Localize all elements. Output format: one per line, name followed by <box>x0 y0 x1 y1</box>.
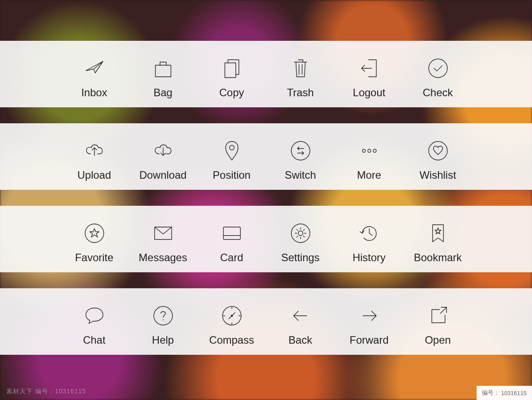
icon-label: Upload <box>77 169 111 181</box>
icon-label: Chat <box>83 334 106 346</box>
check-icon <box>422 51 454 86</box>
favorite-icon <box>79 216 110 251</box>
svg-rect-11 <box>223 227 240 239</box>
svg-point-7 <box>373 149 376 153</box>
icon-label: Wishlist <box>419 169 456 181</box>
icon-row-3: Favorite Messages Card Settings History <box>0 206 532 272</box>
icon-label: Position <box>213 169 250 181</box>
icon-label: Favorite <box>75 251 113 264</box>
inbox-icon <box>79 51 110 86</box>
back-icon <box>285 298 316 333</box>
favorite-item[interactable]: Favorite <box>60 216 129 264</box>
icon-row-2: Upload Download Position Switch More <box>0 123 532 190</box>
icon-label: Settings <box>281 251 320 264</box>
bookmark-item[interactable]: Bookmark <box>403 216 472 264</box>
svg-point-8 <box>429 141 447 160</box>
settings-item[interactable]: Settings <box>266 216 335 264</box>
history-icon <box>354 216 385 251</box>
svg-point-14 <box>154 306 172 325</box>
icon-row-1: Inbox Bag Copy Trash Logout <box>0 41 532 107</box>
svg-rect-1 <box>225 63 236 78</box>
icon-label: Bookmark <box>414 251 462 264</box>
bookmark-icon <box>422 216 454 251</box>
copy-icon <box>216 51 247 86</box>
svg-point-3 <box>229 145 234 150</box>
settings-icon <box>285 216 316 251</box>
more-item[interactable]: More <box>335 133 403 181</box>
help-item[interactable]: Help <box>129 298 197 346</box>
icon-label: Back <box>289 334 312 346</box>
open-icon <box>422 298 454 333</box>
icon-label: Card <box>220 251 243 264</box>
icon-label: Inbox <box>81 86 107 99</box>
icon-label: Forward <box>349 334 388 346</box>
logout-item[interactable]: Logout <box>335 51 403 99</box>
help-icon <box>148 298 179 333</box>
wishlist-icon <box>422 133 454 168</box>
svg-point-6 <box>368 149 371 153</box>
chat-icon <box>79 298 110 333</box>
switch-item[interactable]: Switch <box>266 133 335 181</box>
icon-label: Switch <box>285 169 316 181</box>
svg-point-12 <box>291 224 310 243</box>
bag-icon <box>148 51 179 86</box>
copy-item[interactable]: Copy <box>197 51 266 99</box>
icon-label: History <box>352 251 386 264</box>
check-item[interactable]: Check <box>403 51 472 99</box>
upload-icon <box>79 133 110 168</box>
chat-item[interactable]: Chat <box>60 298 129 346</box>
icon-label: More <box>357 169 381 181</box>
icon-set: Inbox Bag Copy Trash Logout <box>0 0 532 400</box>
watermark-label: 编号： <box>482 389 499 397</box>
icon-row-4: Chat Help Compass Back Forward <box>0 288 532 355</box>
svg-point-4 <box>291 141 310 160</box>
icon-label: Help <box>152 334 174 346</box>
messages-item[interactable]: Messages <box>129 216 197 264</box>
more-icon <box>354 133 385 168</box>
card-item[interactable]: Card <box>197 216 266 264</box>
trash-icon <box>285 51 316 86</box>
logout-icon <box>354 51 385 86</box>
trash-item[interactable]: Trash <box>266 51 335 99</box>
upload-item[interactable]: Upload <box>60 133 129 181</box>
watermark-value: 10316115 <box>501 390 527 396</box>
svg-rect-0 <box>155 65 171 77</box>
inbox-item[interactable]: Inbox <box>60 51 129 99</box>
svg-point-2 <box>429 59 447 78</box>
back-item[interactable]: Back <box>266 298 335 346</box>
switch-icon <box>285 133 316 168</box>
forward-icon <box>354 298 385 333</box>
messages-icon <box>148 216 179 251</box>
card-icon <box>216 216 247 251</box>
icon-label: Open <box>425 334 451 346</box>
icon-label: Compass <box>209 334 254 346</box>
open-item[interactable]: Open <box>403 298 472 346</box>
icon-label: Copy <box>219 86 244 99</box>
svg-point-13 <box>298 231 303 236</box>
wishlist-item[interactable]: Wishlist <box>403 133 472 181</box>
history-item[interactable]: History <box>335 216 403 264</box>
position-item[interactable]: Position <box>197 133 266 181</box>
svg-point-9 <box>85 224 104 243</box>
icon-label: Bag <box>153 86 172 99</box>
download-item[interactable]: Download <box>129 133 197 181</box>
forward-item[interactable]: Forward <box>335 298 403 346</box>
icon-label: Check <box>422 86 453 99</box>
download-icon <box>148 133 179 168</box>
bag-item[interactable]: Bag <box>129 51 197 99</box>
compass-icon <box>216 298 247 333</box>
icon-label: Download <box>139 169 187 181</box>
icon-label: Messages <box>139 251 187 264</box>
icon-label: Logout <box>353 86 385 99</box>
position-icon <box>216 133 247 168</box>
watermark-right: 编号： 10316115 <box>477 386 532 400</box>
watermark-left: 素材天下 编号：10316115 <box>6 388 86 396</box>
icon-label: Trash <box>287 86 313 99</box>
compass-item[interactable]: Compass <box>197 298 266 346</box>
svg-point-5 <box>362 149 365 153</box>
